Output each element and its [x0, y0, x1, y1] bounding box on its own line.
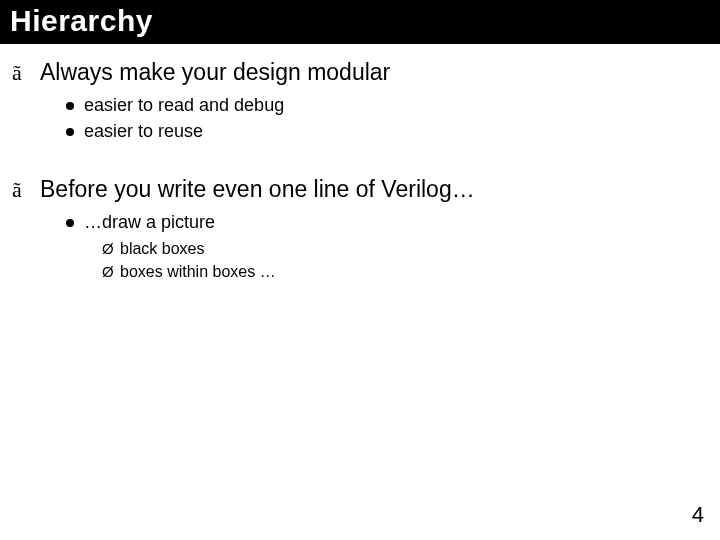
bullet-dot-icon: [66, 102, 74, 110]
subsub-bullet-group: Ø black boxes Ø boxes within boxes …: [102, 238, 708, 282]
bullet-item: ã Always make your design modular: [12, 58, 708, 87]
sub-bullet-group: …draw a picture: [66, 210, 708, 234]
subsub-bullet-item: Ø boxes within boxes …: [102, 261, 708, 283]
sub-bullet-item: easier to read and debug: [66, 93, 708, 117]
sub-bullet-text: easier to read and debug: [84, 93, 284, 117]
spacer: [12, 143, 708, 171]
bullet-text: Always make your design modular: [40, 58, 390, 87]
subsub-bullet-text: boxes within boxes …: [120, 261, 276, 283]
subsub-bullet-text: black boxes: [120, 238, 205, 260]
sub-bullet-text: easier to reuse: [84, 119, 203, 143]
slide-title: Hierarchy: [10, 4, 710, 38]
subsub-bullet-item: Ø black boxes: [102, 238, 708, 260]
sub-bullet-group: easier to read and debug easier to reuse: [66, 93, 708, 144]
page-number: 4: [692, 502, 704, 528]
sub-bullet-item: …draw a picture: [66, 210, 708, 234]
bullet-item: ã Before you write even one line of Veri…: [12, 175, 708, 204]
sub-bullet-item: easier to reuse: [66, 119, 708, 143]
bullet-dot-icon: [66, 219, 74, 227]
bullet-text: Before you write even one line of Verilo…: [40, 175, 475, 204]
bullet-glyph-lvl3: Ø: [102, 264, 120, 279]
bullet-glyph-lvl3: Ø: [102, 241, 120, 256]
bullet-glyph-lvl1: ã: [12, 179, 40, 201]
title-bar: Hierarchy: [0, 0, 720, 44]
slide-body: ã Always make your design modular easier…: [0, 44, 720, 283]
slide: Hierarchy ã Always make your design modu…: [0, 0, 720, 540]
sub-bullet-text: …draw a picture: [84, 210, 215, 234]
bullet-dot-icon: [66, 128, 74, 136]
bullet-glyph-lvl1: ã: [12, 62, 40, 84]
